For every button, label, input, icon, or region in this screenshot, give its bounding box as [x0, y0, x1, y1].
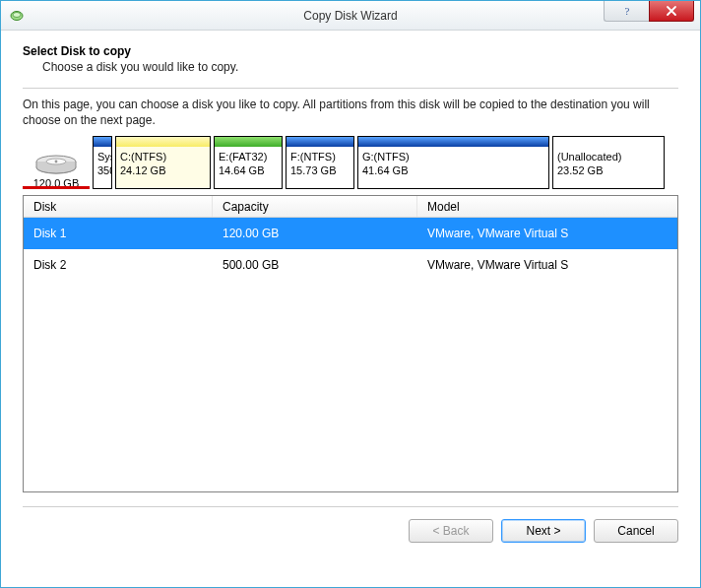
cell-disk: Disk 1 — [24, 227, 213, 240]
cell-capacity: 500.00 GB — [213, 258, 417, 272]
partition-block[interactable]: C:(NTFS)24.12 GB — [115, 136, 211, 189]
cell-model: VMware, VMware Virtual S — [417, 227, 677, 240]
col-header-disk[interactable]: Disk — [24, 196, 213, 217]
partition-label: E:(FAT32) — [215, 147, 282, 163]
disk-icon-box: 120.0 GB — [23, 136, 90, 189]
partition-size: 24.12 GB — [116, 164, 210, 176]
partition-block[interactable]: Sys350 — [93, 136, 112, 189]
partition-block[interactable]: (Unallocated)23.52 GB — [552, 136, 665, 189]
content: Select Disk to copy Choose a disk you wo… — [1, 31, 700, 507]
disk-selection-bar — [23, 186, 90, 189]
cell-capacity: 120.00 GB — [213, 227, 417, 240]
partition-color-bar — [553, 137, 664, 147]
table-body: Disk 1120.00 GBVMware, VMware Virtual SD… — [24, 218, 677, 491]
partition-size: 350 — [94, 164, 111, 176]
help-button[interactable]: ? — [604, 1, 649, 22]
page-description: On this page, you can choose a disk you … — [23, 97, 678, 128]
page-subheading: Choose a disk you would like to copy. — [42, 60, 678, 74]
partition-block[interactable]: F:(NTFS)15.73 GB — [286, 136, 354, 189]
svg-point-1 — [13, 12, 21, 17]
partition-block[interactable]: G:(NTFS)41.64 GB — [357, 136, 549, 189]
col-header-model[interactable]: Model — [417, 196, 677, 217]
close-button[interactable] — [649, 1, 694, 22]
titlebar: Copy Disk Wizard ? — [1, 1, 700, 31]
partition-color-bar — [94, 137, 111, 147]
table-row[interactable]: Disk 1120.00 GBVMware, VMware Virtual S — [24, 218, 677, 249]
cell-model: VMware, VMware Virtual S — [417, 258, 677, 272]
svg-point-6 — [55, 161, 58, 163]
footer: < Back Next > Cancel — [1, 507, 700, 543]
partition-strip: 120.0 GB Sys350C:(NTFS)24.12 GBE:(FAT32)… — [23, 136, 678, 189]
table-header: Disk Capacity Model — [24, 196, 677, 218]
col-header-capacity[interactable]: Capacity — [213, 196, 417, 217]
window-controls: ? — [604, 1, 700, 30]
partition-size: 23.52 GB — [553, 164, 664, 176]
partition-size: 15.73 GB — [287, 164, 353, 176]
partition-color-bar — [358, 137, 548, 147]
partition-size: 14.64 GB — [215, 164, 282, 176]
svg-text:?: ? — [624, 5, 629, 17]
back-button[interactable]: < Back — [409, 519, 493, 543]
partition-label: F:(NTFS) — [287, 147, 353, 163]
partition-label: Sys — [94, 147, 111, 163]
partition-block[interactable]: E:(FAT32)14.64 GB — [214, 136, 283, 189]
page-heading: Select Disk to copy — [23, 44, 678, 58]
window-title: Copy Disk Wizard — [1, 9, 700, 23]
partition-label: (Unallocated) — [553, 147, 664, 163]
cancel-button[interactable]: Cancel — [594, 519, 678, 543]
divider-top — [23, 88, 678, 89]
partitions-host: Sys350C:(NTFS)24.12 GBE:(FAT32)14.64 GBF… — [93, 136, 678, 189]
partition-label: C:(NTFS) — [116, 147, 210, 163]
next-button[interactable]: Next > — [501, 519, 586, 543]
cell-disk: Disk 2 — [24, 258, 213, 272]
partition-color-bar — [215, 137, 282, 147]
hard-disk-icon — [32, 146, 80, 175]
partition-color-bar — [287, 137, 353, 147]
partition-label: G:(NTFS) — [358, 147, 548, 163]
table-row[interactable]: Disk 2500.00 GBVMware, VMware Virtual S — [24, 249, 677, 281]
disk-table: Disk Capacity Model Disk 1120.00 GBVMwar… — [23, 195, 678, 492]
app-icon — [9, 8, 25, 24]
partition-color-bar — [116, 137, 210, 147]
partition-size: 41.64 GB — [358, 164, 548, 176]
